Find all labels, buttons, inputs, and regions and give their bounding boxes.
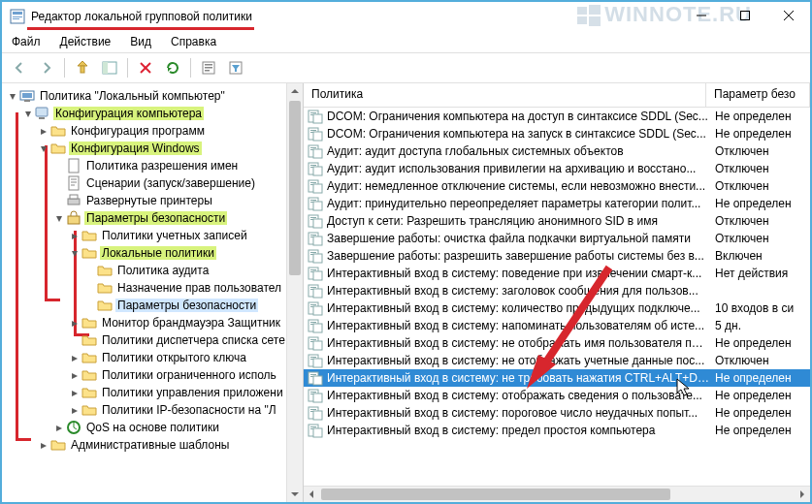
scroll-left-arrow[interactable] (304, 487, 319, 502)
tree-security-settings[interactable]: ▾Параметры безопасности (52, 209, 287, 227)
tree-scripts[interactable]: ▸Сценарии (запуск/завершение) (52, 174, 287, 192)
column-header-policy[interactable]: Политика (304, 83, 706, 107)
policy-row[interactable]: Интерактивный вход в систему: не отображ… (304, 334, 810, 352)
collapse-icon[interactable]: ▾ (6, 89, 19, 103)
menu-help[interactable]: Справка (161, 32, 226, 51)
tree-local-policies[interactable]: ▾Локальные политики (68, 244, 287, 262)
policy-row[interactable]: Интерактивный вход в систему: напоминать… (304, 317, 810, 334)
scroll-down-arrow[interactable] (287, 487, 303, 502)
svg-rect-106 (313, 428, 322, 437)
up-button[interactable] (71, 56, 94, 79)
policy-name: Аудит: немедленное отключение системы, е… (327, 179, 715, 193)
policy-name: Интерактивный вход в систему: напоминать… (327, 319, 715, 332)
tree-vertical-scrollbar[interactable] (286, 83, 303, 502)
tree-ipsec[interactable]: ▸Политики IP-безопасности на "Л (68, 401, 287, 419)
expand-icon[interactable]: ▸ (68, 229, 81, 242)
expand-icon[interactable]: ▸ (68, 316, 81, 330)
policy-row[interactable]: Интерактивный вход в систему: пороговое … (304, 404, 810, 422)
folder-icon (50, 437, 66, 453)
policy-row[interactable]: DCOM: Ограничения компьютера на доступ в… (304, 108, 810, 125)
delete-button[interactable] (134, 56, 157, 79)
scroll-thumb[interactable] (321, 488, 670, 500)
tree-nlm[interactable]: ▸Политики диспетчера списка сете (68, 331, 287, 349)
policy-row[interactable]: Интерактивный вход в систему: предел про… (304, 422, 810, 439)
svg-rect-70 (313, 271, 322, 280)
tree-security-options[interactable]: ▸Параметры безопасности (83, 297, 287, 314)
tree-root[interactable]: ▾ Политика "Локальный компьютер" (6, 87, 287, 105)
svg-rect-71 (310, 269, 316, 270)
tree-wfas[interactable]: ▸Монитор брандмауэра Защитник (68, 314, 287, 331)
tree-name-resolution-policy[interactable]: ▸Политика разрешения имен (52, 157, 287, 174)
expand-icon[interactable]: ▸ (68, 368, 81, 382)
tree-admin-templates[interactable]: ▸Административные шаблоны (37, 436, 287, 454)
expand-icon[interactable]: ▸ (37, 124, 50, 138)
policy-row[interactable]: Аудит: немедленное отключение системы, е… (304, 177, 810, 195)
tree-software-settings[interactable]: ▸Конфигурация программ (37, 122, 287, 140)
policy-row[interactable]: Интерактивный вход в систему: не отображ… (304, 352, 810, 369)
policy-name: Интерактивный вход в систему: отображать… (327, 389, 715, 402)
minimize-button[interactable] (679, 2, 723, 29)
list-horizontal-scrollbar[interactable] (304, 486, 810, 502)
back-button[interactable] (8, 56, 31, 79)
tree-user-rights[interactable]: ▸Назначение прав пользовател (83, 279, 287, 297)
collapse-icon[interactable]: ▾ (68, 246, 81, 260)
policy-tree[interactable]: ▾ Политика "Локальный компьютер" ▾ Конфи… (6, 87, 287, 498)
tree-pane: ▾ Политика "Локальный компьютер" ▾ Конфи… (2, 83, 304, 502)
folder-icon (81, 385, 97, 400)
scroll-thumb[interactable] (289, 101, 301, 275)
policy-row[interactable]: Интерактивный вход в систему: отображать… (304, 387, 810, 404)
policy-row[interactable]: Интерактивный вход в систему: заголовок … (304, 282, 810, 299)
properties-button[interactable] (197, 56, 220, 79)
maximize-button[interactable] (723, 2, 766, 29)
close-button[interactable] (766, 2, 810, 29)
policy-item-icon (308, 423, 323, 438)
collapse-icon[interactable]: ▾ (37, 142, 50, 155)
policy-row[interactable]: Доступ к сети: Разрешить трансляцию анон… (304, 212, 810, 230)
policy-row[interactable]: DCOM: Ограничения компьютера на запуск в… (304, 125, 810, 142)
svg-rect-58 (313, 219, 322, 228)
collapse-icon[interactable]: ▾ (21, 107, 35, 120)
expand-icon[interactable]: ▸ (68, 351, 81, 364)
tree-software-restriction[interactable]: ▸Политики ограниченного исполь (68, 366, 287, 384)
expand-icon[interactable]: ▸ (68, 386, 81, 399)
policy-row[interactable]: Аудит: аудит доступа глобальных системны… (304, 142, 810, 160)
titlebar: Редактор локальной групповой политики WI… (2, 2, 810, 31)
policy-row[interactable]: Завершение работы: очистка файла подкачк… (304, 230, 810, 247)
svg-rect-4 (577, 7, 587, 15)
policy-row[interactable]: Завершение работы: разрешить завершение … (304, 247, 810, 265)
collapse-icon[interactable]: ▾ (52, 211, 66, 225)
scroll-right-arrow[interactable] (795, 487, 810, 502)
folder-icon (81, 228, 97, 243)
expand-icon[interactable]: ▸ (37, 438, 50, 452)
tree-app-control[interactable]: ▸Политики управления приложени (68, 384, 287, 401)
policy-name: Завершение работы: разрешить завершение … (327, 249, 715, 263)
policy-row[interactable]: Аудит: аудит использования привилегии на… (304, 160, 810, 177)
expand-icon[interactable]: ▸ (68, 403, 81, 417)
expand-icon[interactable]: ▸ (52, 421, 66, 434)
menu-action[interactable]: Действие (50, 32, 121, 51)
policy-row[interactable]: Аудит: принудительно переопределяет пара… (304, 195, 810, 212)
policy-row[interactable]: Интерактивный вход в систему: не требова… (304, 369, 810, 387)
policy-state: Не определен (715, 406, 810, 420)
tree-public-key[interactable]: ▸Политики открытого ключа (68, 349, 287, 366)
policy-row[interactable]: Интерактивный вход в систему: количество… (304, 299, 810, 317)
tree-qos[interactable]: ▸QoS на основе политики (52, 419, 287, 436)
forward-button[interactable] (35, 56, 58, 79)
scroll-up-arrow[interactable] (287, 83, 303, 99)
menu-view[interactable]: Вид (120, 32, 161, 51)
menu-file[interactable]: Файл (2, 32, 50, 51)
tree-audit-policy[interactable]: ▸Политика аудита (83, 262, 287, 279)
filter-button[interactable] (224, 56, 247, 79)
policy-list[interactable]: DCOM: Ограничения компьютера на доступ в… (304, 108, 810, 486)
tree-account-policies[interactable]: ▸Политики учетных записей (68, 227, 287, 244)
policy-state: Не определен (715, 197, 810, 210)
tree-computer-configuration[interactable]: ▾ Конфигурация компьютера (21, 105, 287, 122)
svg-rect-59 (310, 217, 316, 218)
policy-item-icon (308, 213, 323, 229)
show-hide-tree-button[interactable] (98, 56, 121, 79)
tree-deployed-printers[interactable]: ▸Развернутые принтеры (52, 192, 287, 209)
policy-row[interactable]: Интерактивный вход в систему: поведение … (304, 265, 810, 282)
column-header-setting[interactable]: Параметр безо (706, 83, 810, 107)
tree-windows-settings[interactable]: ▾Конфигурация Windows (37, 140, 287, 157)
refresh-button[interactable] (161, 56, 184, 79)
